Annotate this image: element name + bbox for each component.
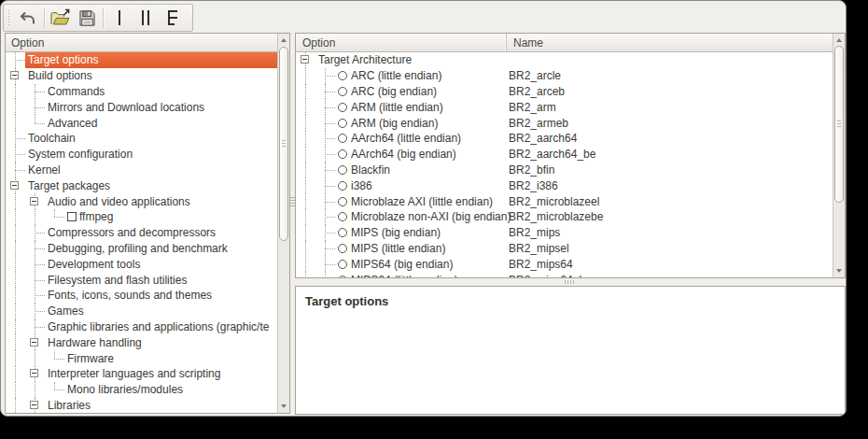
list-row[interactable]: ARC (little endian)BR2_arcle	[296, 68, 833, 84]
radio-icon[interactable]	[338, 181, 347, 191]
radio-icon[interactable]	[338, 87, 347, 96]
tree-item[interactable]: Games	[6, 304, 277, 319]
minus-expander-icon[interactable]	[10, 71, 19, 79]
radio-icon[interactable]	[338, 103, 347, 112]
radio-icon[interactable]	[338, 119, 347, 128]
right-scrollbar[interactable]	[833, 34, 845, 277]
radio-icon[interactable]	[338, 71, 347, 80]
scroll-down-icon[interactable]	[281, 404, 287, 408]
column-header-name[interactable]: Name	[506, 34, 833, 51]
list-row[interactable]: MIPS (little endian)BR2_mipsel	[296, 241, 833, 257]
list-row[interactable]: AArch64 (little endian)BR2_aarch64	[296, 131, 833, 147]
radio-icon[interactable]	[338, 244, 347, 253]
tree-item[interactable]: Build options	[6, 68, 277, 84]
tree-guide	[296, 193, 315, 209]
tree-item[interactable]: Kernel	[6, 163, 277, 178]
full-view-button[interactable]	[159, 6, 185, 30]
option-symbol-name: BR2_armeb	[509, 115, 568, 131]
left-scrollbar[interactable]	[277, 34, 289, 413]
toolbar-drag-handle[interactable]	[7, 10, 11, 26]
tree-expander[interactable]	[25, 334, 45, 350]
tree-item[interactable]: Debugging, profiling and benchmark	[6, 241, 277, 257]
tree-guide	[25, 241, 45, 257]
tree-item[interactable]: Firmware	[6, 350, 277, 366]
minus-expander-icon[interactable]	[301, 55, 309, 64]
tree-expander[interactable]	[25, 398, 45, 413]
tree-item[interactable]: Development tools	[6, 256, 277, 272]
list-row[interactable]: i386BR2_i386	[296, 177, 833, 193]
radio-icon[interactable]	[338, 260, 347, 269]
scroll-down-icon[interactable]	[836, 269, 842, 273]
list-row[interactable]: BlackfinBR2_bfin	[296, 163, 833, 178]
left-scrollbar-thumb[interactable]	[279, 47, 288, 241]
help-title: Target options	[305, 294, 835, 308]
minus-expander-icon[interactable]	[30, 401, 38, 409]
single-view-button[interactable]	[106, 6, 133, 30]
radio-icon[interactable]	[338, 276, 347, 277]
tree-item[interactable]: Graphic libraries and applications (grap…	[6, 319, 277, 335]
tree-guide	[6, 382, 25, 398]
tree-expander[interactable]	[296, 52, 315, 68]
tree-item-label: Audio and video applications	[48, 195, 190, 208]
tree-item-label: Games	[48, 304, 84, 318]
tree-item[interactable]: ffmpeg	[6, 209, 277, 225]
right-scrollbar-thumb[interactable]	[834, 46, 844, 203]
horizontal-splitter[interactable]	[295, 278, 846, 286]
tree-item[interactable]: Audio and video applications	[6, 193, 277, 209]
list-row[interactable]: MIPS (big endian)BR2_mips	[296, 225, 833, 241]
tree-item[interactable]: Mirrors and Download locations	[6, 99, 277, 115]
tree-item[interactable]: Libraries	[6, 398, 277, 413]
split-view-button[interactable]	[133, 6, 159, 30]
list-row[interactable]: AArch64 (big endian)BR2_aarch64_be	[296, 147, 833, 163]
radio-icon[interactable]	[338, 197, 347, 206]
minus-expander-icon[interactable]	[30, 338, 38, 347]
list-row[interactable]: Microblaze non-AXI (big endian)BR2_micro…	[296, 209, 833, 225]
tree-guide	[6, 350, 25, 366]
radio-icon[interactable]	[338, 212, 347, 221]
tree-item[interactable]: System configuration	[6, 147, 277, 163]
tree-item[interactable]: Commands	[6, 84, 277, 100]
list-row[interactable]: Target Architecture	[296, 52, 833, 68]
tree-item[interactable]: Compressors and decompressors	[6, 225, 277, 241]
radio-icon[interactable]	[338, 134, 347, 143]
radio-icon[interactable]	[338, 149, 347, 159]
minus-expander-icon[interactable]	[10, 181, 19, 190]
scroll-up-icon[interactable]	[281, 38, 287, 42]
scroll-up-icon[interactable]	[836, 38, 842, 42]
tree-item[interactable]: Advanced	[6, 115, 277, 131]
tree-expander[interactable]	[6, 68, 25, 84]
tree-item[interactable]: Fonts, icons, sounds and themes	[6, 288, 277, 304]
radio-icon[interactable]	[338, 165, 347, 175]
tree-item[interactable]: Target options	[6, 52, 277, 68]
column-header-option[interactable]: Option	[296, 34, 506, 51]
list-row[interactable]: ARC (big endian)BR2_arceb	[296, 84, 833, 100]
tree-guide	[296, 131, 315, 147]
list-row[interactable]: MIPS64 (little endian)BR2_mips64el	[296, 272, 833, 277]
tree-item[interactable]: Interpreter languages and scripting	[6, 366, 277, 382]
tree-guide	[296, 177, 315, 193]
single-view-icon	[111, 9, 128, 26]
tree-item[interactable]: Toolchain	[6, 131, 277, 147]
checkbox-icon[interactable]	[67, 212, 77, 221]
list-row[interactable]: MIPS64 (big endian)BR2_mips64	[296, 256, 833, 272]
tree-expander[interactable]	[6, 177, 25, 193]
tree-expander[interactable]	[25, 193, 45, 209]
minus-expander-icon[interactable]	[30, 369, 38, 377]
save-config-button[interactable]	[74, 6, 100, 30]
list-row[interactable]: Microblaze AXI (little endian)BR2_microb…	[296, 193, 833, 209]
tree-item[interactable]: Mono libraries/modules	[6, 382, 277, 398]
tree-item[interactable]: Target packages	[6, 177, 277, 193]
list-row[interactable]: ARM (big endian)BR2_armeb	[296, 115, 833, 131]
radio-icon[interactable]	[338, 228, 347, 237]
list-row[interactable]: ARM (little endian)BR2_arm	[296, 99, 833, 115]
tree-item[interactable]: Hardware handling	[6, 334, 277, 350]
tree-item-label: Firmware	[67, 352, 114, 365]
minus-expander-icon[interactable]	[30, 197, 38, 205]
option-symbol-name: BR2_mips	[509, 225, 560, 241]
load-config-button[interactable]	[48, 6, 74, 30]
tree-item-label: Commands	[48, 85, 105, 98]
back-button[interactable]	[15, 6, 41, 30]
tree-guide	[6, 256, 25, 272]
tree-item[interactable]: Filesystem and flash utilities	[6, 272, 277, 288]
tree-expander[interactable]	[25, 366, 45, 382]
